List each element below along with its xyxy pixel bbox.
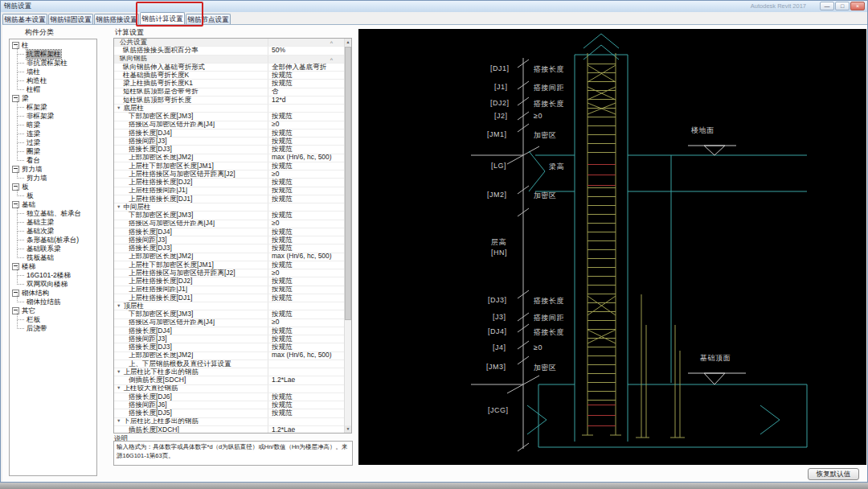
setting-value-cell[interactable]: 按规范 xyxy=(268,244,344,252)
settings-row[interactable]: ▼ 搭接长度[DJ5] 按规范 ^ xyxy=(114,409,344,417)
setting-value-cell[interactable]: 1.2*Lae xyxy=(268,376,344,384)
setting-value-cell[interactable]: ≥0 xyxy=(268,121,344,129)
tree-item[interactable]: 柱帽 xyxy=(10,85,96,94)
tree-item[interactable]: 双网双向楼梯 xyxy=(10,280,96,289)
setting-value-cell[interactable] xyxy=(268,368,344,376)
settings-row[interactable]: ▼ 搭接长度[DJ3] 按规范 ^ xyxy=(114,244,344,253)
tree-item[interactable]: 后浇带 xyxy=(10,324,96,333)
settings-row[interactable]: ▼ 搭接间距[J6] 按规范 ^ xyxy=(114,401,344,409)
setting-value-cell[interactable]: 按规范 xyxy=(268,187,344,195)
setting-value-cell[interactable]: ≥0 xyxy=(268,171,344,178)
settings-row[interactable]: ▼ 上层柱搭接长度[DJ1] 按规范 ^ xyxy=(114,195,344,203)
setting-value-cell[interactable]: 12*d xyxy=(268,97,344,104)
setting-value-cell[interactable]: 否 xyxy=(268,88,344,96)
setting-value-cell[interactable]: 按规范 xyxy=(268,179,344,186)
settings-row[interactable]: ▼ 上部加密区长度[JM2] max (Hn/6, hc, 500) ^ xyxy=(114,154,344,162)
settings-row[interactable]: ▼ 短柱纵筋顶部是否带弯折 否 ^ xyxy=(114,88,344,97)
setting-value-cell[interactable]: 按规范 xyxy=(268,146,344,153)
settings-row[interactable]: ▼ 上层柱下部加密区长度[JM1] 按规范 ^ xyxy=(114,261,344,269)
settings-row[interactable]: ▼ 下层柱比上柱多出的钢筋 ^ xyxy=(114,418,344,426)
settings-row[interactable]: ▼ 搭接间距[J3] 按规范 ^ xyxy=(114,138,344,146)
settings-row[interactable]: ▼ 搭接区与加密区错开距离[J4] ≥0 ^ xyxy=(114,121,344,129)
settings-row[interactable]: ▼ 上、下层钢筋根数及直径计算设置 ^ xyxy=(114,360,344,368)
settings-row[interactable]: ▼ 短柱纵筋顶部弯折长度 12*d ^ xyxy=(114,97,344,105)
setting-value-cell[interactable]: 50% xyxy=(268,47,344,54)
settings-row[interactable]: ▼ 倒插筋长度[SDCH] 1.2*Lae ^ xyxy=(114,376,344,384)
settings-row[interactable]: ▼ 搭接长度[DJ4] 按规范 ^ xyxy=(114,129,344,138)
section-arrow-icon[interactable]: ▼ xyxy=(117,385,121,392)
collapse-caret-icon[interactable]: ^ xyxy=(330,39,333,47)
settings-row[interactable]: ▼ 上层柱比下柱多出的钢筋 ^ xyxy=(114,368,344,376)
settings-row[interactable]: ▼ 上层柱搭接长度[DJ2] 按规范 ^ xyxy=(114,179,344,187)
tree-item[interactable]: 板 xyxy=(10,191,96,200)
tree-item[interactable]: 剪力墙 xyxy=(10,174,96,183)
setting-value-cell[interactable] xyxy=(268,360,344,368)
setting-value-cell[interactable]: 按规范 xyxy=(268,286,344,294)
setting-value-cell[interactable] xyxy=(268,105,344,112)
setting-value-cell[interactable] xyxy=(268,385,344,392)
tree-item[interactable]: 砌体拉结筋 xyxy=(10,298,96,306)
setting-value-cell[interactable]: 按规范 xyxy=(268,327,344,335)
setting-value-cell[interactable]: ≥0 xyxy=(268,269,344,277)
setting-value-cell[interactable]: max (Hn/6, hc, 500) xyxy=(268,253,344,261)
setting-value-cell[interactable]: ≥0 xyxy=(268,220,344,228)
settings-row[interactable]: ▼ 柱基础插筋弯折长度K 按规范 ^ xyxy=(114,72,344,80)
setting-value-cell[interactable]: 按规范 xyxy=(268,294,344,302)
setting-value-cell[interactable]: ≥0 xyxy=(268,319,344,327)
settings-row[interactable]: ▼ 搭接间距[J3] 按规范 ^ xyxy=(114,236,344,244)
settings-row[interactable]: ▼ 梁上柱插筋弯折长度K1 按规范 ^ xyxy=(114,80,344,88)
settings-row[interactable]: ▼ 上层柱搭接长度[DJ2] 按规范 ^ xyxy=(114,277,344,286)
setting-value-cell[interactable] xyxy=(268,203,344,211)
settings-row[interactable]: ▼ 下部加密区长度[JM3] 按规范 ^ xyxy=(114,212,344,220)
scrollbar-thumb[interactable] xyxy=(345,47,351,320)
settings-row[interactable]: ▼ 搭接区与加密区错开距离[J4] ≥0 ^ xyxy=(114,220,344,228)
scroll-up-icon[interactable]: ▲ xyxy=(345,39,351,46)
setting-value-cell[interactable]: 按规范 xyxy=(268,409,344,417)
maximize-button[interactable]: □ xyxy=(835,2,850,10)
setting-value-cell[interactable]: 按规范 xyxy=(268,72,344,79)
setting-value-cell[interactable]: 按规范 xyxy=(268,277,344,285)
setting-value-cell[interactable]: 按规范 xyxy=(268,212,344,219)
minimize-button[interactable]: — xyxy=(820,2,834,10)
setting-value-cell[interactable]: 按规范 xyxy=(268,162,344,170)
settings-row[interactable]: ▼ 下部加密区长度[JM3] 按规范 ^ xyxy=(114,113,344,121)
settings-row[interactable]: ▼ 上层柱搭接长度[DJ1] 按规范 ^ xyxy=(114,294,344,302)
setting-value-cell[interactable]: 按规范 xyxy=(268,228,344,236)
settings-row[interactable]: ▼ 底层柱 ^ xyxy=(114,105,344,113)
section-arrow-icon[interactable]: ▼ xyxy=(117,105,121,112)
settings-row[interactable]: ▼ 搭接间距[J3] 按规范 ^ xyxy=(114,335,344,343)
restore-defaults-button[interactable]: 恢复默认值 xyxy=(808,468,859,480)
settings-row[interactable]: ▼ 公共设置 ^ xyxy=(114,39,344,47)
setting-value-cell[interactable]: 1.2*Lae xyxy=(268,426,344,434)
setting-value-cell[interactable]: 按规范 xyxy=(268,236,344,244)
settings-row[interactable]: ▼ 上层柱搭接间距[J1] 按规范 ^ xyxy=(114,286,344,294)
setting-value-cell[interactable]: 按规范 xyxy=(268,138,344,145)
close-button[interactable]: × xyxy=(850,2,865,10)
tree-item[interactable]: 筏板基础 xyxy=(10,253,96,262)
setting-value-cell[interactable]: 按规范 xyxy=(268,195,344,203)
vertical-scrollbar[interactable]: ▲ ▼ xyxy=(344,39,351,433)
tab[interactable]: 钢筋节点设置 xyxy=(186,14,231,24)
setting-value-cell[interactable]: 按规范 xyxy=(268,393,344,401)
setting-value-cell[interactable]: 按规范 xyxy=(268,80,344,87)
tab[interactable]: 钢筋基本设置 xyxy=(2,14,47,24)
setting-value-cell[interactable]: max (Hn/6, hc, 500) xyxy=(268,352,344,360)
scroll-down-icon[interactable]: ▼ xyxy=(345,425,351,433)
setting-value-cell[interactable]: 按规范 xyxy=(268,310,344,318)
section-arrow-icon[interactable]: ▼ xyxy=(117,418,121,425)
settings-row[interactable]: ▼ 纵筋搭接接头面积百分率 50% ^ xyxy=(114,47,344,55)
settings-row[interactable]: ▼ 上部加密区长度[JM2] max (Hn/6, hc, 500) ^ xyxy=(114,352,344,360)
settings-row[interactable]: ▼ 插筋长度[XDCH] 1.2*Lae ^ xyxy=(114,426,344,434)
settings-row[interactable]: ▼ 搭接区与加密区错开距离[J4] ≥0 ^ xyxy=(114,319,344,327)
setting-value-cell[interactable]: max (Hn/6, hc, 500) xyxy=(268,154,344,162)
settings-row[interactable]: ▼ 中间层柱 ^ xyxy=(114,203,344,212)
setting-value-cell[interactable]: 按规范 xyxy=(268,261,344,269)
tab[interactable]: 钢筋锚固设置 xyxy=(48,14,93,24)
setting-value-cell[interactable]: 按规范 xyxy=(268,401,344,409)
settings-row[interactable]: ▼ 上层柱搭接区与加密区错开距离[J2] ≥0 ^ xyxy=(114,269,344,277)
settings-row[interactable]: ▼ 搭接长度[DJ3] 按规范 ^ xyxy=(114,343,344,351)
setting-value-cell[interactable]: 按规范 xyxy=(268,343,344,351)
titlebar[interactable]: 钢筋设置 Autodesk Revit 2017 — □ × xyxy=(1,1,867,12)
settings-row[interactable]: ▼ 纵向钢筋伸入基础弯折形式 全部伸入基底弯折 ^ xyxy=(114,64,344,72)
setting-value-cell[interactable]: 按规范 xyxy=(268,113,344,120)
